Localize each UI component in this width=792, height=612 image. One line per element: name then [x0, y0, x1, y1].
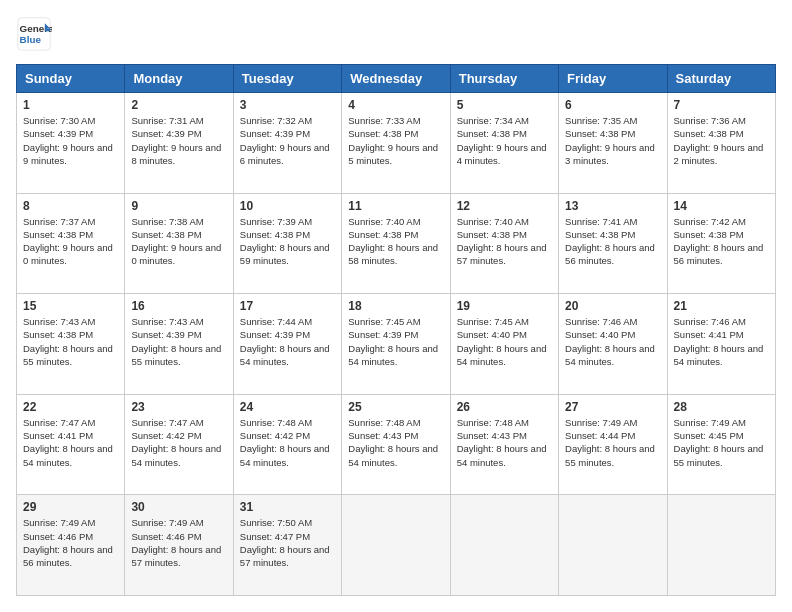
calendar-day-cell: 13 Sunrise: 7:41 AMSunset: 4:38 PMDaylig…	[559, 193, 667, 294]
calendar-header-cell: Thursday	[450, 65, 558, 93]
cell-info: Sunrise: 7:36 AMSunset: 4:38 PMDaylight:…	[674, 114, 769, 167]
cell-info: Sunrise: 7:31 AMSunset: 4:39 PMDaylight:…	[131, 114, 226, 167]
calendar-day-cell: 12 Sunrise: 7:40 AMSunset: 4:38 PMDaylig…	[450, 193, 558, 294]
calendar-header-cell: Sunday	[17, 65, 125, 93]
calendar-day-cell	[450, 495, 558, 596]
cell-info: Sunrise: 7:30 AMSunset: 4:39 PMDaylight:…	[23, 114, 118, 167]
calendar-day-cell: 27 Sunrise: 7:49 AMSunset: 4:44 PMDaylig…	[559, 394, 667, 495]
day-number: 31	[240, 500, 335, 514]
svg-rect-4	[45, 29, 50, 32]
day-number: 7	[674, 98, 769, 112]
cell-info: Sunrise: 7:37 AMSunset: 4:38 PMDaylight:…	[23, 215, 118, 268]
calendar-day-cell: 30 Sunrise: 7:49 AMSunset: 4:46 PMDaylig…	[125, 495, 233, 596]
day-number: 9	[131, 199, 226, 213]
day-number: 20	[565, 299, 660, 313]
cell-info: Sunrise: 7:48 AMSunset: 4:43 PMDaylight:…	[457, 416, 552, 469]
calendar-header-row: SundayMondayTuesdayWednesdayThursdayFrid…	[17, 65, 776, 93]
calendar-day-cell: 28 Sunrise: 7:49 AMSunset: 4:45 PMDaylig…	[667, 394, 775, 495]
cell-info: Sunrise: 7:49 AMSunset: 4:45 PMDaylight:…	[674, 416, 769, 469]
cell-info: Sunrise: 7:45 AMSunset: 4:39 PMDaylight:…	[348, 315, 443, 368]
day-number: 6	[565, 98, 660, 112]
day-number: 27	[565, 400, 660, 414]
calendar-day-cell: 17 Sunrise: 7:44 AMSunset: 4:39 PMDaylig…	[233, 294, 341, 395]
logo-icon: General Blue	[16, 16, 52, 52]
cell-info: Sunrise: 7:48 AMSunset: 4:43 PMDaylight:…	[348, 416, 443, 469]
calendar-header-cell: Monday	[125, 65, 233, 93]
cell-info: Sunrise: 7:38 AMSunset: 4:38 PMDaylight:…	[131, 215, 226, 268]
day-number: 30	[131, 500, 226, 514]
cell-info: Sunrise: 7:46 AMSunset: 4:40 PMDaylight:…	[565, 315, 660, 368]
day-number: 17	[240, 299, 335, 313]
day-number: 8	[23, 199, 118, 213]
calendar-week-row: 29 Sunrise: 7:49 AMSunset: 4:46 PMDaylig…	[17, 495, 776, 596]
calendar-week-row: 1 Sunrise: 7:30 AMSunset: 4:39 PMDayligh…	[17, 93, 776, 194]
day-number: 13	[565, 199, 660, 213]
calendar-header-cell: Wednesday	[342, 65, 450, 93]
calendar-day-cell: 15 Sunrise: 7:43 AMSunset: 4:38 PMDaylig…	[17, 294, 125, 395]
calendar-day-cell	[342, 495, 450, 596]
calendar-header-cell: Tuesday	[233, 65, 341, 93]
calendar-day-cell: 14 Sunrise: 7:42 AMSunset: 4:38 PMDaylig…	[667, 193, 775, 294]
day-number: 2	[131, 98, 226, 112]
day-number: 26	[457, 400, 552, 414]
day-number: 21	[674, 299, 769, 313]
calendar-week-row: 8 Sunrise: 7:37 AMSunset: 4:38 PMDayligh…	[17, 193, 776, 294]
cell-info: Sunrise: 7:34 AMSunset: 4:38 PMDaylight:…	[457, 114, 552, 167]
calendar-week-row: 15 Sunrise: 7:43 AMSunset: 4:38 PMDaylig…	[17, 294, 776, 395]
calendar-day-cell: 4 Sunrise: 7:33 AMSunset: 4:38 PMDayligh…	[342, 93, 450, 194]
calendar-day-cell: 7 Sunrise: 7:36 AMSunset: 4:38 PMDayligh…	[667, 93, 775, 194]
calendar-day-cell: 19 Sunrise: 7:45 AMSunset: 4:40 PMDaylig…	[450, 294, 558, 395]
cell-info: Sunrise: 7:32 AMSunset: 4:39 PMDaylight:…	[240, 114, 335, 167]
calendar-header-cell: Friday	[559, 65, 667, 93]
day-number: 19	[457, 299, 552, 313]
day-number: 15	[23, 299, 118, 313]
calendar-day-cell: 24 Sunrise: 7:48 AMSunset: 4:42 PMDaylig…	[233, 394, 341, 495]
calendar-day-cell: 16 Sunrise: 7:43 AMSunset: 4:39 PMDaylig…	[125, 294, 233, 395]
cell-info: Sunrise: 7:49 AMSunset: 4:46 PMDaylight:…	[23, 516, 118, 569]
day-number: 23	[131, 400, 226, 414]
cell-info: Sunrise: 7:49 AMSunset: 4:44 PMDaylight:…	[565, 416, 660, 469]
cell-info: Sunrise: 7:35 AMSunset: 4:38 PMDaylight:…	[565, 114, 660, 167]
calendar-day-cell: 26 Sunrise: 7:48 AMSunset: 4:43 PMDaylig…	[450, 394, 558, 495]
page: General Blue SundayMondayTuesdayWednesda…	[0, 0, 792, 612]
calendar-day-cell: 11 Sunrise: 7:40 AMSunset: 4:38 PMDaylig…	[342, 193, 450, 294]
calendar-day-cell: 21 Sunrise: 7:46 AMSunset: 4:41 PMDaylig…	[667, 294, 775, 395]
day-number: 16	[131, 299, 226, 313]
calendar-day-cell: 2 Sunrise: 7:31 AMSunset: 4:39 PMDayligh…	[125, 93, 233, 194]
calendar-header-cell: Saturday	[667, 65, 775, 93]
calendar-day-cell: 18 Sunrise: 7:45 AMSunset: 4:39 PMDaylig…	[342, 294, 450, 395]
cell-info: Sunrise: 7:45 AMSunset: 4:40 PMDaylight:…	[457, 315, 552, 368]
cell-info: Sunrise: 7:48 AMSunset: 4:42 PMDaylight:…	[240, 416, 335, 469]
header: General Blue	[16, 16, 776, 52]
cell-info: Sunrise: 7:47 AMSunset: 4:41 PMDaylight:…	[23, 416, 118, 469]
calendar-day-cell: 9 Sunrise: 7:38 AMSunset: 4:38 PMDayligh…	[125, 193, 233, 294]
calendar-day-cell: 10 Sunrise: 7:39 AMSunset: 4:38 PMDaylig…	[233, 193, 341, 294]
day-number: 14	[674, 199, 769, 213]
day-number: 28	[674, 400, 769, 414]
calendar-body: 1 Sunrise: 7:30 AMSunset: 4:39 PMDayligh…	[17, 93, 776, 596]
calendar-day-cell: 22 Sunrise: 7:47 AMSunset: 4:41 PMDaylig…	[17, 394, 125, 495]
calendar-day-cell: 1 Sunrise: 7:30 AMSunset: 4:39 PMDayligh…	[17, 93, 125, 194]
calendar-day-cell: 31 Sunrise: 7:50 AMSunset: 4:47 PMDaylig…	[233, 495, 341, 596]
calendar-day-cell: 6 Sunrise: 7:35 AMSunset: 4:38 PMDayligh…	[559, 93, 667, 194]
cell-info: Sunrise: 7:33 AMSunset: 4:38 PMDaylight:…	[348, 114, 443, 167]
calendar-table: SundayMondayTuesdayWednesdayThursdayFrid…	[16, 64, 776, 596]
day-number: 3	[240, 98, 335, 112]
calendar-week-row: 22 Sunrise: 7:47 AMSunset: 4:41 PMDaylig…	[17, 394, 776, 495]
cell-info: Sunrise: 7:46 AMSunset: 4:41 PMDaylight:…	[674, 315, 769, 368]
calendar-day-cell	[559, 495, 667, 596]
cell-info: Sunrise: 7:39 AMSunset: 4:38 PMDaylight:…	[240, 215, 335, 268]
calendar-day-cell: 23 Sunrise: 7:47 AMSunset: 4:42 PMDaylig…	[125, 394, 233, 495]
day-number: 22	[23, 400, 118, 414]
cell-info: Sunrise: 7:44 AMSunset: 4:39 PMDaylight:…	[240, 315, 335, 368]
cell-info: Sunrise: 7:50 AMSunset: 4:47 PMDaylight:…	[240, 516, 335, 569]
day-number: 24	[240, 400, 335, 414]
cell-info: Sunrise: 7:43 AMSunset: 4:38 PMDaylight:…	[23, 315, 118, 368]
calendar-day-cell	[667, 495, 775, 596]
cell-info: Sunrise: 7:43 AMSunset: 4:39 PMDaylight:…	[131, 315, 226, 368]
day-number: 25	[348, 400, 443, 414]
cell-info: Sunrise: 7:40 AMSunset: 4:38 PMDaylight:…	[348, 215, 443, 268]
day-number: 29	[23, 500, 118, 514]
calendar-day-cell: 29 Sunrise: 7:49 AMSunset: 4:46 PMDaylig…	[17, 495, 125, 596]
calendar-day-cell: 25 Sunrise: 7:48 AMSunset: 4:43 PMDaylig…	[342, 394, 450, 495]
